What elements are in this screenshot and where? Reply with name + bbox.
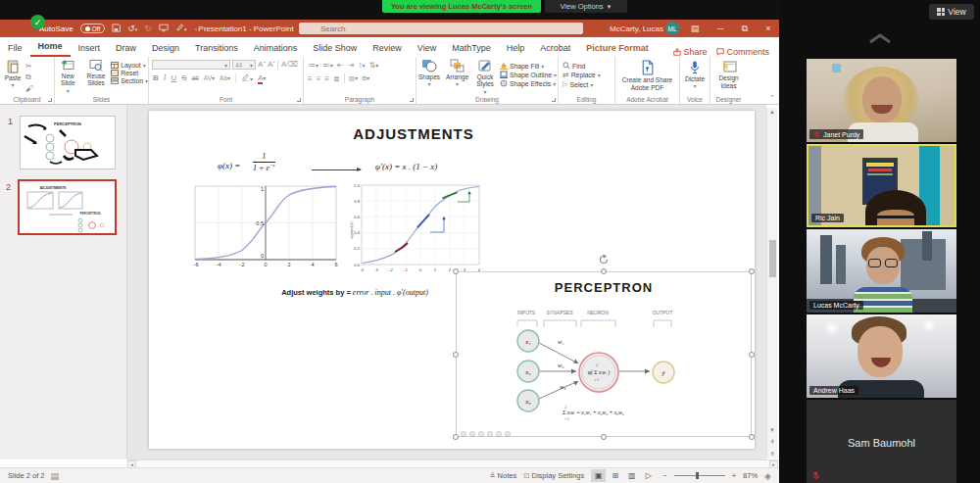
grow-font-icon[interactable]: Aˆ bbox=[258, 60, 266, 70]
font-size-combo[interactable]: 44▾ bbox=[232, 60, 256, 70]
save-icon[interactable] bbox=[112, 24, 121, 34]
ribbon-display-options-icon[interactable]: ▤ bbox=[683, 20, 707, 37]
zoom-percent[interactable]: 87% bbox=[743, 471, 758, 480]
design-ideas-button[interactable]: Design Ideas bbox=[710, 59, 747, 90]
arrange-button[interactable]: Arrange▾ bbox=[444, 59, 470, 96]
undo-icon[interactable]: ↺▾ bbox=[127, 24, 137, 34]
tab-slide-show[interactable]: Slide Show bbox=[305, 40, 365, 57]
tab-draw[interactable]: Draw bbox=[108, 40, 144, 57]
layout-button[interactable]: Layout▾ bbox=[111, 62, 148, 69]
copy-icon[interactable]: ⧉ bbox=[25, 72, 33, 82]
quick-styles-button[interactable]: Quick Styles▾ bbox=[472, 59, 498, 96]
selection-handle[interactable] bbox=[453, 352, 459, 358]
participant-video-lucas-mccarty[interactable]: Lucas McCarty bbox=[807, 229, 956, 313]
tab-acrobat[interactable]: Acrobat bbox=[532, 40, 578, 57]
bullets-icon[interactable]: ≔▾ bbox=[308, 61, 318, 70]
account-name[interactable]: McCarty, Lucas bbox=[610, 24, 663, 33]
tab-design[interactable]: Design bbox=[144, 40, 187, 57]
participant-video-sam-baumohl[interactable]: Sam Baumohl bbox=[807, 400, 956, 483]
highlight-color-button[interactable]: ▾ bbox=[241, 72, 253, 83]
ink-tool-icon[interactable]: ▾ bbox=[175, 23, 187, 34]
scroll-down-icon[interactable]: ▼ bbox=[767, 427, 777, 433]
search-input[interactable] bbox=[299, 23, 583, 34]
clipboard-dialog-launcher[interactable] bbox=[48, 98, 52, 102]
numbering-icon[interactable]: ≕▾ bbox=[322, 61, 333, 70]
paragraph-dialog-launcher[interactable] bbox=[410, 98, 414, 102]
bold-button[interactable]: B bbox=[153, 73, 159, 82]
vertical-scroll-thumb[interactable] bbox=[769, 240, 776, 277]
share-button[interactable]: Share bbox=[673, 47, 707, 57]
decrease-indent-icon[interactable]: ⇤ bbox=[337, 61, 344, 70]
comments-button[interactable]: Comments bbox=[716, 47, 769, 57]
character-spacing-button[interactable]: AV▾ bbox=[204, 74, 215, 81]
shape-effects-button[interactable]: Shape Effects▾ bbox=[500, 79, 557, 87]
start-slideshow-icon[interactable] bbox=[159, 24, 169, 34]
tab-home[interactable]: Home bbox=[30, 38, 71, 57]
tab-picture-format[interactable]: Picture Format bbox=[578, 40, 657, 57]
shape-outline-button[interactable]: Shape Outline▾ bbox=[500, 71, 557, 78]
selection-handle[interactable] bbox=[453, 268, 459, 274]
tab-transitions[interactable]: Transitions bbox=[187, 40, 246, 57]
fit-slide-icon[interactable]: ◈ bbox=[764, 471, 771, 481]
zoom-in-button[interactable]: + bbox=[732, 471, 736, 480]
slideshow-view-button[interactable]: ▷ bbox=[641, 469, 656, 482]
scroll-up-icon[interactable]: ▲ bbox=[767, 108, 777, 115]
replace-button[interactable]: ⇄Replace▾ bbox=[563, 71, 611, 79]
participant-video-andrew-haas[interactable]: Andrew Haas bbox=[807, 314, 956, 398]
selection-handle[interactable] bbox=[749, 268, 755, 274]
selection-handle[interactable] bbox=[749, 352, 755, 358]
previous-slide-icon[interactable]: ⇞ bbox=[767, 438, 777, 445]
next-slide-icon[interactable]: ⇟ bbox=[767, 450, 777, 457]
font-name-combo[interactable]: ▾ bbox=[152, 60, 230, 70]
clear-formatting-icon[interactable]: A⌫ bbox=[277, 60, 298, 70]
tab-mathtype[interactable]: MathType bbox=[444, 40, 499, 57]
avatar[interactable]: ML bbox=[665, 22, 679, 35]
strikethrough-button[interactable]: S bbox=[181, 73, 186, 82]
cut-icon[interactable]: ✂ bbox=[25, 62, 33, 71]
find-button[interactable]: Find bbox=[563, 62, 611, 70]
participant-video-ric-jain[interactable]: Ric Jain bbox=[807, 144, 956, 227]
tab-file[interactable]: File bbox=[0, 40, 30, 57]
increase-indent-icon[interactable]: ⇥ bbox=[348, 61, 355, 70]
tab-review[interactable]: Review bbox=[365, 40, 410, 57]
minimize-icon[interactable]: ─ bbox=[709, 20, 732, 37]
selection-handle[interactable] bbox=[749, 434, 755, 440]
redo-icon[interactable]: ↻ bbox=[144, 24, 152, 33]
accessibility-icon[interactable]: ▤ bbox=[51, 471, 60, 481]
columns-icon[interactable]: ▥▾ bbox=[349, 74, 358, 82]
reuse-slides-button[interactable]: Reuse Slides bbox=[83, 59, 110, 95]
selection-handle[interactable] bbox=[453, 434, 459, 440]
create-pdf-button[interactable]: Create and Share Adobe PDF bbox=[615, 59, 679, 92]
reset-button[interactable]: Reset bbox=[111, 70, 148, 76]
selection-handle[interactable] bbox=[601, 268, 607, 274]
smartart-convert-icon[interactable]: ⊞▾ bbox=[362, 74, 369, 82]
drawing-dialog-launcher[interactable] bbox=[552, 98, 556, 102]
restore-icon[interactable]: ⧉ bbox=[733, 20, 757, 37]
zoom-out-button[interactable]: − bbox=[662, 471, 666, 480]
align-center-icon[interactable]: ≡ bbox=[317, 74, 321, 83]
close-icon[interactable]: × bbox=[757, 20, 780, 37]
slide-thumbnail-2[interactable]: ADJUSTMENTS PERCEPTRON bbox=[18, 179, 117, 235]
new-slide-button[interactable]: New Slide▾ bbox=[55, 59, 81, 95]
vertical-scrollbar[interactable]: ▲ ▼ ⇞ ⇟ bbox=[766, 108, 777, 459]
shapes-button[interactable]: Shapes▾ bbox=[416, 59, 442, 96]
view-options-button[interactable]: View Options ▼ bbox=[545, 0, 627, 13]
zoom-slider-handle[interactable] bbox=[696, 472, 699, 479]
zoom-slider[interactable] bbox=[674, 475, 725, 476]
section-button[interactable]: Section▾ bbox=[111, 77, 148, 84]
display-settings-button[interactable]: ⊡ Display Settings bbox=[523, 471, 584, 480]
horizontal-scrollbar[interactable]: ◂ ▸ bbox=[127, 459, 778, 467]
selection-handle[interactable] bbox=[601, 434, 607, 440]
perceptron-picture[interactable]: PERCEPTRON INPUTS SYNAPSES NEURON OUTPUT bbox=[456, 271, 752, 437]
strike-ab-button[interactable]: ab bbox=[192, 74, 199, 81]
line-spacing-icon[interactable]: ↕▾ bbox=[358, 61, 365, 70]
rotation-handle-icon[interactable] bbox=[598, 254, 610, 266]
tab-view[interactable]: View bbox=[410, 40, 444, 57]
select-button[interactable]: ▷Select▾ bbox=[563, 80, 611, 88]
font-color-button[interactable]: A▾ bbox=[258, 73, 266, 82]
tab-help[interactable]: Help bbox=[499, 40, 533, 57]
text-direction-icon[interactable]: ⇅▾ bbox=[368, 61, 378, 70]
italic-button[interactable]: I bbox=[164, 73, 167, 82]
autosave-toggle[interactable]: Off bbox=[80, 24, 106, 33]
align-left-icon[interactable]: ≡ bbox=[308, 74, 313, 83]
